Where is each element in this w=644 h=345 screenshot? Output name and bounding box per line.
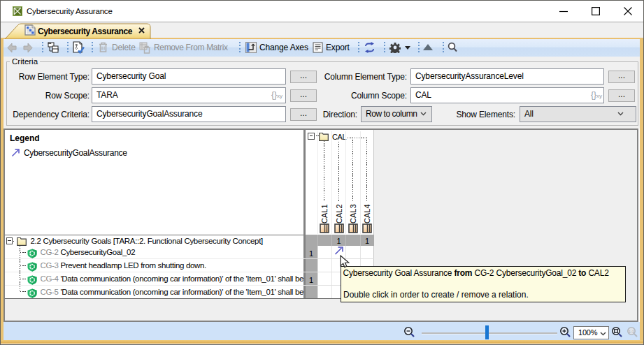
svg-text:1:1: 1:1 [629, 330, 635, 334]
